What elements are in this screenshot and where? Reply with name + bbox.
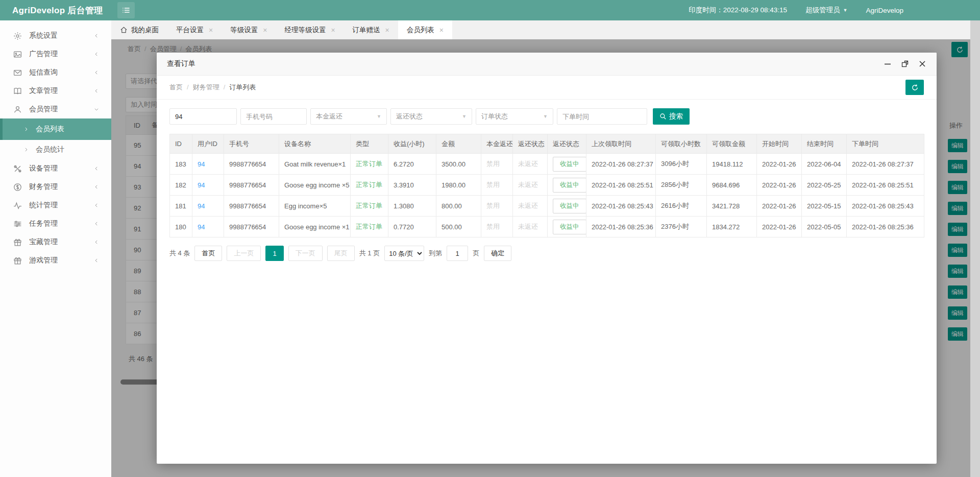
- minimize-icon[interactable]: [884, 60, 892, 68]
- breadcrumb-separator: /: [187, 83, 189, 91]
- modal-breadcrumb-row: 首页/财务管理/订单列表: [157, 76, 937, 100]
- claimable-amount: 9684.696: [707, 175, 757, 196]
- device-name: Egg income×5: [279, 196, 351, 217]
- home-icon: [120, 26, 128, 34]
- chevron-left-icon: [94, 33, 99, 38]
- role-dropdown[interactable]: 超级管理员 ▼: [805, 6, 847, 15]
- account-name[interactable]: AgriDevelop: [866, 7, 903, 14]
- sidebar-subitem-member-list[interactable]: 会员列表: [0, 118, 111, 140]
- image-icon: [13, 50, 22, 59]
- next-page-button[interactable]: 下一页: [288, 246, 323, 261]
- top-header: AgriDevelop 后台管理 印度时间：2022-08-29 08:43:1…: [0, 0, 980, 20]
- status-cell: 收益中: [548, 175, 586, 196]
- earning-status-button[interactable]: 收益中: [553, 157, 586, 172]
- refresh-button[interactable]: [905, 80, 924, 95]
- breadcrumb-separator: /: [224, 83, 226, 91]
- chevron-left-icon: [94, 184, 99, 189]
- return-status: 未返还: [513, 175, 548, 196]
- sidebar-item-tasks[interactable]: 任务管理: [0, 214, 111, 233]
- column-header: 类型: [351, 134, 388, 154]
- close-icon[interactable]: [918, 60, 926, 68]
- user-id-link[interactable]: 94: [192, 196, 224, 217]
- last-page-button[interactable]: 尾页: [327, 246, 355, 261]
- scissors-icon: [13, 164, 22, 173]
- tab-manager-level-settings[interactable]: 经理等级设置 ×: [276, 20, 344, 39]
- prev-page-button[interactable]: 上一页: [227, 246, 261, 261]
- sidebar-item-treasure[interactable]: 宝藏管理: [0, 233, 111, 251]
- principal-return-select[interactable]: 本金返还 ▼: [310, 108, 387, 125]
- goto-prefix-label: 到第: [429, 249, 442, 258]
- sidebar-item-statistics[interactable]: 统计管理: [0, 196, 111, 214]
- user-id-input[interactable]: [169, 108, 237, 125]
- sidebar-item-label: 短信查询: [29, 68, 58, 77]
- sidebar-item-sms[interactable]: 短信查询: [0, 63, 111, 82]
- breadcrumb-home[interactable]: 首页: [169, 83, 183, 91]
- sidebar-subitem-member-stats[interactable]: 会员统计: [0, 140, 111, 159]
- phone: 9988776654: [224, 175, 279, 196]
- user-id-link[interactable]: 94: [192, 217, 224, 237]
- order-time-input[interactable]: [557, 108, 647, 125]
- status-cell: 收益中: [548, 196, 586, 217]
- search-button[interactable]: 搜索: [653, 108, 690, 125]
- earning-status-button[interactable]: 收益中: [553, 220, 586, 234]
- current-page-button[interactable]: 1: [265, 246, 283, 261]
- goto-page-input[interactable]: [447, 246, 468, 261]
- user-id-link[interactable]: 94: [192, 175, 224, 196]
- dollar-circle-icon: [13, 183, 22, 192]
- first-page-button[interactable]: 首页: [194, 246, 222, 261]
- order-status-select[interactable]: 订单状态 ▼: [476, 108, 553, 125]
- sidebar-item-games[interactable]: 游戏管理: [0, 251, 111, 270]
- user-id-link[interactable]: 94: [192, 154, 224, 175]
- tab-platform-settings[interactable]: 平台设置 ×: [167, 20, 222, 39]
- close-icon[interactable]: ×: [331, 26, 335, 34]
- pagination-page-count: 共 1 页: [359, 249, 380, 258]
- principal-return: 禁用: [481, 175, 513, 196]
- sidebar-toggle-button[interactable]: [117, 2, 135, 18]
- sidebar-item-label: 宝藏管理: [29, 237, 58, 247]
- chevron-left-icon: [94, 52, 99, 57]
- chevron-left-icon: [94, 70, 99, 75]
- tab-label: 订单赠送: [353, 26, 380, 35]
- start-time: 2022-01-26: [757, 217, 802, 237]
- maximize-icon[interactable]: [901, 60, 909, 68]
- order-row: 183 94 9988776654 Goat milk revenue×1 正常…: [170, 154, 924, 175]
- sidebar-item-devices[interactable]: 设备管理: [0, 159, 111, 178]
- search-button-label: 搜索: [669, 112, 683, 121]
- sidebar-item-ads[interactable]: 广告管理: [0, 45, 111, 63]
- sidebar-item-system[interactable]: 系统设置: [0, 27, 111, 45]
- close-icon[interactable]: ×: [439, 26, 444, 34]
- tab-order-gift[interactable]: 订单赠送 ×: [344, 20, 398, 39]
- per-page-select[interactable]: 10 条/页: [384, 246, 424, 261]
- sidebar-item-members[interactable]: 会员管理: [0, 100, 111, 118]
- device-name: Goose egg income ×5: [279, 175, 351, 196]
- return-status-select[interactable]: 返还状态 ▼: [390, 108, 472, 125]
- gift-icon: [13, 238, 22, 247]
- sidebar-item-articles[interactable]: 文章管理: [0, 82, 111, 100]
- amount: 800.00: [436, 196, 481, 217]
- tab-desktop[interactable]: 我的桌面: [111, 20, 167, 39]
- user-icon: [13, 105, 22, 114]
- last-claim-time: 2022-01-26 08:25:43: [586, 196, 656, 217]
- phone-input[interactable]: [240, 108, 307, 125]
- income-per-hour: 0.7720: [388, 217, 436, 237]
- return-status: 未返还: [513, 196, 548, 217]
- earning-status-button[interactable]: 收益中: [553, 178, 586, 193]
- close-icon[interactable]: ×: [263, 26, 267, 34]
- earning-status-button[interactable]: 收益中: [553, 199, 586, 213]
- tab-level-settings[interactable]: 等级设置 ×: [222, 20, 276, 39]
- principal-return: 禁用: [481, 154, 513, 175]
- status-cell: 收益中: [548, 154, 586, 175]
- order-time: 2022-01-26 08:25:43: [847, 196, 924, 217]
- sidebar-item-label: 设备管理: [29, 164, 58, 173]
- confirm-button[interactable]: 确定: [484, 246, 511, 261]
- close-icon[interactable]: ×: [209, 26, 213, 34]
- sidebar-item-finance[interactable]: 财务管理: [0, 178, 111, 196]
- mail-icon: [13, 68, 22, 77]
- column-header: 开始时间: [757, 134, 802, 154]
- chevron-left-icon: [94, 166, 99, 171]
- sliders-icon: [13, 220, 22, 228]
- tab-member-list[interactable]: 会员列表 ×: [398, 20, 452, 39]
- close-icon[interactable]: ×: [385, 26, 389, 34]
- column-header: 收益(小时): [388, 134, 436, 154]
- vertical-scrollbar[interactable]: [970, 20, 980, 477]
